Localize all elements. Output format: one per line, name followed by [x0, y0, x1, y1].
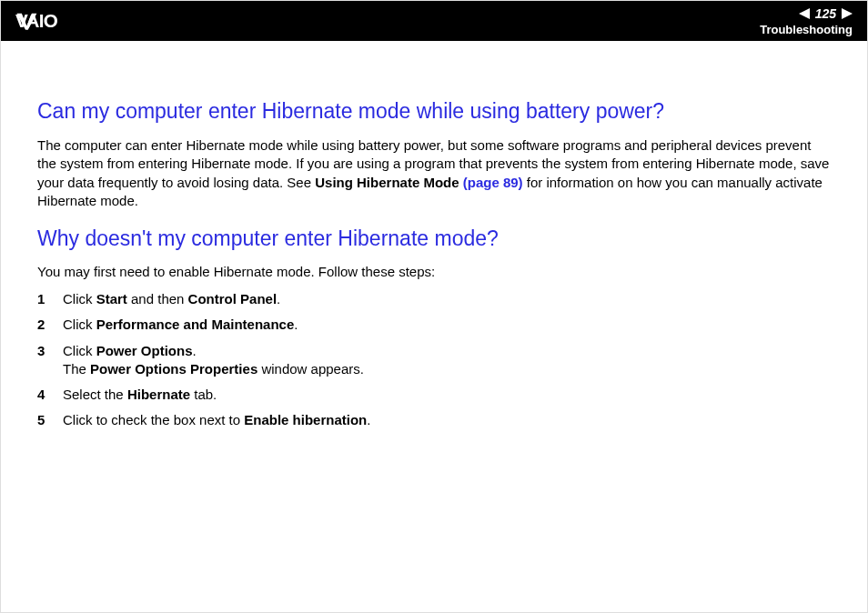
prev-page-arrow-icon[interactable]: [799, 8, 810, 19]
ui-term: Hibernate: [127, 387, 190, 402]
text: window appears.: [257, 361, 364, 377]
text: Click: [63, 343, 96, 358]
text: .: [367, 412, 370, 427]
svg-text:VAIO: VAIO: [15, 11, 58, 31]
text: The: [63, 361, 90, 377]
steps-intro: You may first need to enable Hibernate m…: [37, 264, 831, 279]
text: Select the: [63, 387, 127, 402]
ui-term: Enable hibernation: [244, 412, 367, 427]
ui-term: Control Panel: [188, 291, 278, 306]
vaio-logo: VAIO: [15, 11, 116, 31]
header-right: 125 Troubleshooting: [760, 6, 853, 36]
step-item: Click to check the box next to Enable hi…: [37, 407, 831, 433]
page-nav: 125: [760, 6, 853, 21]
ui-term: Performance and Maintenance: [96, 317, 295, 332]
ref-title: Using Hibernate Mode: [315, 175, 459, 190]
question-heading-2: Why doesn't my computer enter Hibernate …: [37, 226, 831, 251]
text: Click to check the box next to: [63, 412, 244, 427]
question-heading-1: Can my computer enter Hibernate mode whi…: [37, 99, 831, 124]
section-label: Troubleshooting: [760, 23, 853, 36]
step-item: Select the Hibernate tab.: [37, 382, 831, 407]
ui-term: Start: [96, 291, 127, 306]
ui-term: Power Options: [96, 343, 193, 358]
next-page-arrow-icon[interactable]: [842, 8, 853, 19]
text: .: [193, 343, 197, 358]
page-number: 125: [813, 6, 838, 21]
step-item: Click Start and then Control Panel.: [37, 286, 831, 312]
text: .: [294, 317, 298, 332]
steps-list: Click Start and then Control Panel. Clic…: [37, 286, 831, 434]
text: Click: [63, 317, 96, 332]
text: Click: [63, 291, 96, 306]
text: and then: [127, 291, 188, 306]
text: tab.: [190, 387, 217, 402]
page-header: VAIO 125 Troubleshooting: [1, 1, 867, 41]
page-ref-link[interactable]: (page 89): [459, 175, 523, 190]
page-content: Can my computer enter Hibernate mode whi…: [1, 41, 867, 434]
text: .: [277, 291, 280, 306]
answer-paragraph-1: The computer can enter Hibernate mode wh…: [37, 136, 831, 210]
step-item: Click Power Options. The Power Options P…: [37, 338, 831, 383]
ui-term: Power Options Properties: [90, 361, 257, 377]
step-item: Click Performance and Maintenance.: [37, 312, 831, 337]
